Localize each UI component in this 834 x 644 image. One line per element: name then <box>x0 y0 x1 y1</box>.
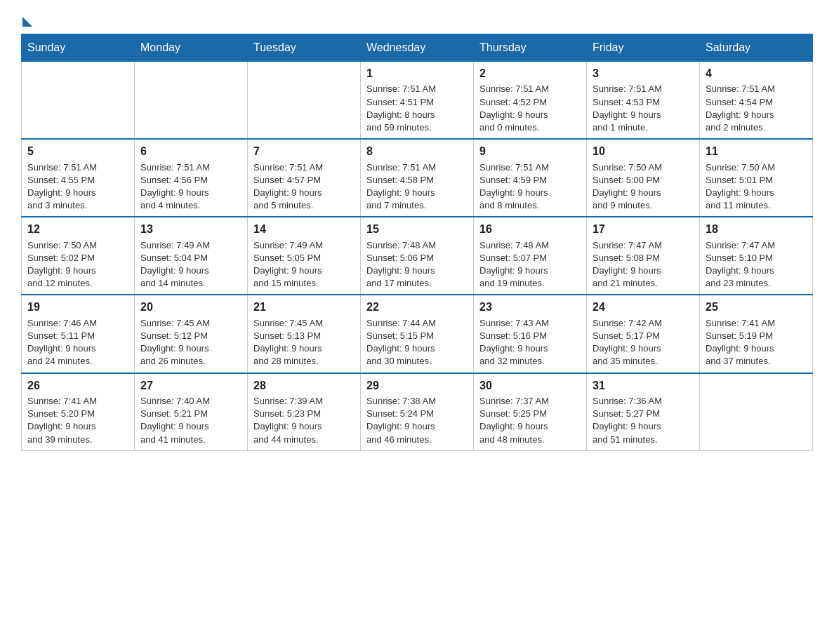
calendar-day-cell: 1Sunrise: 7:51 AM Sunset: 4:51 PM Daylig… <box>361 62 474 140</box>
sun-info: Sunrise: 7:41 AM Sunset: 5:19 PM Dayligh… <box>706 317 807 368</box>
day-number: 23 <box>479 300 581 315</box>
calendar-day-cell: 20Sunrise: 7:45 AM Sunset: 5:12 PM Dayli… <box>135 295 248 373</box>
weekday-header-friday: Friday <box>587 34 700 62</box>
day-number: 1 <box>366 66 468 81</box>
sun-info: Sunrise: 7:36 AM Sunset: 5:27 PM Dayligh… <box>593 395 694 446</box>
sun-info: Sunrise: 7:48 AM Sunset: 5:06 PM Dayligh… <box>366 239 468 290</box>
sun-info: Sunrise: 7:51 AM Sunset: 4:53 PM Dayligh… <box>593 83 694 134</box>
day-number: 9 <box>479 144 581 159</box>
calendar-week-row: 19Sunrise: 7:46 AM Sunset: 5:11 PM Dayli… <box>22 295 813 373</box>
calendar-day-cell: 17Sunrise: 7:47 AM Sunset: 5:08 PM Dayli… <box>587 217 700 295</box>
day-number: 3 <box>593 66 694 81</box>
weekday-header-monday: Monday <box>135 34 248 62</box>
sun-info: Sunrise: 7:44 AM Sunset: 5:15 PM Dayligh… <box>366 317 468 368</box>
sun-info: Sunrise: 7:49 AM Sunset: 5:04 PM Dayligh… <box>140 239 241 290</box>
sun-info: Sunrise: 7:51 AM Sunset: 4:58 PM Dayligh… <box>366 161 468 213</box>
day-number: 17 <box>593 222 694 237</box>
day-number: 22 <box>366 300 468 315</box>
calendar-day-cell: 24Sunrise: 7:42 AM Sunset: 5:17 PM Dayli… <box>587 295 700 373</box>
weekday-header-sunday: Sunday <box>22 34 135 62</box>
day-number: 31 <box>593 378 694 394</box>
day-number: 6 <box>140 144 241 159</box>
sun-info: Sunrise: 7:47 AM Sunset: 5:10 PM Dayligh… <box>706 239 807 290</box>
calendar-day-cell: 8Sunrise: 7:51 AM Sunset: 4:58 PM Daylig… <box>361 139 474 217</box>
calendar-day-cell: 21Sunrise: 7:45 AM Sunset: 5:13 PM Dayli… <box>248 295 361 373</box>
day-number: 27 <box>140 378 241 394</box>
sun-info: Sunrise: 7:51 AM Sunset: 4:55 PM Dayligh… <box>27 161 128 213</box>
calendar-week-row: 26Sunrise: 7:41 AM Sunset: 5:20 PM Dayli… <box>22 373 813 451</box>
logo-triangle-icon <box>22 17 32 27</box>
calendar-day-cell <box>700 373 813 451</box>
calendar-day-cell: 23Sunrise: 7:43 AM Sunset: 5:16 PM Dayli… <box>474 295 587 373</box>
calendar-day-cell: 14Sunrise: 7:49 AM Sunset: 5:05 PM Dayli… <box>248 217 361 295</box>
day-number: 8 <box>366 144 468 159</box>
day-number: 24 <box>593 300 694 315</box>
calendar-day-cell: 3Sunrise: 7:51 AM Sunset: 4:53 PM Daylig… <box>587 62 700 140</box>
day-number: 21 <box>253 300 355 315</box>
calendar-day-cell: 11Sunrise: 7:50 AM Sunset: 5:01 PM Dayli… <box>700 139 813 217</box>
calendar-day-cell: 9Sunrise: 7:51 AM Sunset: 4:59 PM Daylig… <box>474 139 587 217</box>
sun-info: Sunrise: 7:47 AM Sunset: 5:08 PM Dayligh… <box>593 239 694 290</box>
day-number: 4 <box>706 66 807 81</box>
calendar-day-cell: 27Sunrise: 7:40 AM Sunset: 5:21 PM Dayli… <box>135 373 248 451</box>
day-number: 7 <box>253 144 355 159</box>
weekday-header-saturday: Saturday <box>700 34 813 62</box>
calendar-day-cell: 2Sunrise: 7:51 AM Sunset: 4:52 PM Daylig… <box>474 62 587 140</box>
calendar-day-cell: 19Sunrise: 7:46 AM Sunset: 5:11 PM Dayli… <box>22 295 135 373</box>
calendar-day-cell: 30Sunrise: 7:37 AM Sunset: 5:25 PM Dayli… <box>474 373 587 451</box>
sun-info: Sunrise: 7:42 AM Sunset: 5:17 PM Dayligh… <box>593 317 694 368</box>
calendar-table: SundayMondayTuesdayWednesdayThursdayFrid… <box>21 34 813 451</box>
logo <box>21 14 32 27</box>
day-number: 20 <box>140 300 241 315</box>
calendar-day-cell: 26Sunrise: 7:41 AM Sunset: 5:20 PM Dayli… <box>22 373 135 451</box>
sun-info: Sunrise: 7:39 AM Sunset: 5:23 PM Dayligh… <box>253 395 355 446</box>
calendar-day-cell: 31Sunrise: 7:36 AM Sunset: 5:27 PM Dayli… <box>587 373 700 451</box>
sun-info: Sunrise: 7:50 AM Sunset: 5:00 PM Dayligh… <box>593 161 694 213</box>
day-number: 10 <box>593 144 694 159</box>
day-number: 25 <box>706 300 807 315</box>
calendar-day-cell: 13Sunrise: 7:49 AM Sunset: 5:04 PM Dayli… <box>135 217 248 295</box>
calendar-day-cell: 6Sunrise: 7:51 AM Sunset: 4:56 PM Daylig… <box>135 139 248 217</box>
calendar-day-cell <box>135 62 248 140</box>
weekday-header-thursday: Thursday <box>474 34 587 62</box>
sun-info: Sunrise: 7:45 AM Sunset: 5:12 PM Dayligh… <box>140 317 241 368</box>
calendar-day-cell: 22Sunrise: 7:44 AM Sunset: 5:15 PM Dayli… <box>361 295 474 373</box>
calendar-day-cell: 29Sunrise: 7:38 AM Sunset: 5:24 PM Dayli… <box>361 373 474 451</box>
sun-info: Sunrise: 7:51 AM Sunset: 4:54 PM Dayligh… <box>706 83 807 134</box>
weekday-header-tuesday: Tuesday <box>248 34 361 62</box>
day-number: 28 <box>253 378 355 394</box>
day-number: 12 <box>27 222 128 237</box>
calendar-day-cell <box>22 62 135 140</box>
day-number: 19 <box>27 300 128 315</box>
calendar-day-cell: 28Sunrise: 7:39 AM Sunset: 5:23 PM Dayli… <box>248 373 361 451</box>
weekday-header-wednesday: Wednesday <box>361 34 474 62</box>
day-number: 13 <box>140 222 241 237</box>
sun-info: Sunrise: 7:43 AM Sunset: 5:16 PM Dayligh… <box>479 317 581 368</box>
calendar-day-cell: 12Sunrise: 7:50 AM Sunset: 5:02 PM Dayli… <box>22 217 135 295</box>
sun-info: Sunrise: 7:50 AM Sunset: 5:01 PM Dayligh… <box>706 161 807 213</box>
calendar-day-cell: 7Sunrise: 7:51 AM Sunset: 4:57 PM Daylig… <box>248 139 361 217</box>
day-number: 30 <box>479 378 581 394</box>
weekday-header-row: SundayMondayTuesdayWednesdayThursdayFrid… <box>22 34 813 62</box>
day-number: 29 <box>366 378 468 394</box>
calendar-week-row: 1Sunrise: 7:51 AM Sunset: 4:51 PM Daylig… <box>22 62 813 140</box>
sun-info: Sunrise: 7:51 AM Sunset: 4:59 PM Dayligh… <box>479 161 581 213</box>
calendar-day-cell: 4Sunrise: 7:51 AM Sunset: 4:54 PM Daylig… <box>700 62 813 140</box>
day-number: 18 <box>706 222 807 237</box>
sun-info: Sunrise: 7:46 AM Sunset: 5:11 PM Dayligh… <box>27 317 128 368</box>
sun-info: Sunrise: 7:51 AM Sunset: 4:57 PM Dayligh… <box>253 161 355 213</box>
sun-info: Sunrise: 7:37 AM Sunset: 5:25 PM Dayligh… <box>479 395 581 446</box>
page-header <box>21 14 813 27</box>
calendar-day-cell: 16Sunrise: 7:48 AM Sunset: 5:07 PM Dayli… <box>474 217 587 295</box>
day-number: 14 <box>253 222 355 237</box>
sun-info: Sunrise: 7:51 AM Sunset: 4:56 PM Dayligh… <box>140 161 241 213</box>
day-number: 5 <box>27 144 128 159</box>
day-number: 26 <box>27 378 128 394</box>
calendar-week-row: 5Sunrise: 7:51 AM Sunset: 4:55 PM Daylig… <box>22 139 813 217</box>
calendar-day-cell: 25Sunrise: 7:41 AM Sunset: 5:19 PM Dayli… <box>700 295 813 373</box>
sun-info: Sunrise: 7:41 AM Sunset: 5:20 PM Dayligh… <box>27 395 128 446</box>
day-number: 15 <box>366 222 468 237</box>
sun-info: Sunrise: 7:50 AM Sunset: 5:02 PM Dayligh… <box>27 239 128 290</box>
calendar-day-cell: 18Sunrise: 7:47 AM Sunset: 5:10 PM Dayli… <box>700 217 813 295</box>
day-number: 11 <box>706 144 807 159</box>
